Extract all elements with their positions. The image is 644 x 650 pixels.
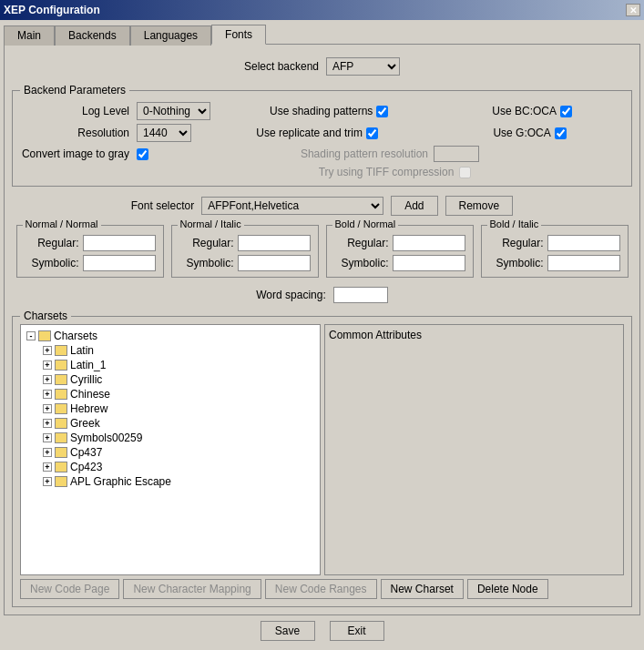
tree-label-hebrew: Hebrew [70,402,107,415]
tree-item-cp423[interactable]: + Cp423 [43,460,316,474]
nn-symbolic-input[interactable]: C0H201.0 [83,255,156,271]
bp-row-1: Log Level 0-Nothing 1-Error 2-Warning Us… [20,102,624,120]
expand-icon-latin[interactable]: + [43,346,52,355]
font-selector-label: Font selector [131,199,194,212]
tree-label-apl: APL Graphic Escape [70,475,171,488]
shading-resolution-input[interactable]: 0.25 [434,146,479,162]
ni-symbolic-input[interactable]: C0H301.0 [238,255,311,271]
tree-label-symbols: Symbols00259 [70,432,142,444]
add-button[interactable]: Add [391,196,437,216]
bold-italic-title: Bold / Italic [487,218,542,229]
bottom-buttons: Save Exit [4,615,640,646]
bn-regular-input[interactable]: C0H400.0 [393,235,465,251]
normal-normal-title: Normal / Normal [23,218,101,229]
expand-icon-greek[interactable]: + [43,419,52,428]
bp-row-2: Resolution 1440 720 600 Use replicate an… [20,124,624,142]
use-replicate-row: Use replicate and trim [256,127,378,139]
new-charset-button[interactable]: New Charset [381,579,464,599]
expand-icon-symbols[interactable]: + [43,433,52,442]
tree-label-charsets: Charsets [54,330,97,342]
log-level-label: Log Level [20,105,129,117]
resolution-select[interactable]: 1440 720 600 [137,124,191,142]
tab-fonts[interactable]: Fonts [211,25,266,45]
tree-item-hebrew[interactable]: + Hebrew [43,401,316,416]
tree-item-apl[interactable]: + APL Graphic Escape [43,474,316,489]
tabs-row: Main Backends Languages Fonts [4,24,640,44]
try-tiff-checkbox[interactable] [459,167,471,178]
bn-symbolic-input[interactable]: C0H401.0 [393,255,465,271]
charset-tree[interactable]: - Charsets + Latin + [20,324,321,575]
save-button[interactable]: Save [261,621,315,641]
convert-gray-checkbox[interactable] [137,148,148,160]
font-selector-row: Font selector AFPFont,Helvetica Add Remo… [12,192,632,219]
expand-icon-cp437[interactable]: + [43,448,52,457]
remove-button[interactable]: Remove [445,196,514,216]
tab-backends[interactable]: Backends [55,25,130,46]
window-body: Main Backends Languages Fonts Select bac… [0,20,644,650]
tree-item-symbols[interactable]: + Symbols00259 [43,431,316,445]
expand-icon-chinese[interactable]: + [43,390,52,399]
tree-label-cp423: Cp423 [70,461,102,473]
nn-regular-label: Regular: [25,237,79,249]
backend-params-grid: Log Level 0-Nothing 1-Error 2-Warning Us… [20,98,624,178]
title-bar: XEP Configuration ✕ [0,0,644,20]
tree-label-greek: Greek [70,417,100,430]
word-spacing-row: Word spacing: 278 [12,283,632,307]
tree-item-charsets[interactable]: - Charsets [25,329,316,343]
use-bc-oca-label: Use BC:OCA [492,105,557,117]
exit-button[interactable]: Exit [330,621,384,641]
tree-item-cp437[interactable]: + Cp437 [43,445,316,460]
ni-regular-input[interactable]: C0H300.0 [238,235,311,251]
folder-icon-apl [55,476,67,487]
expand-icon-hebrew[interactable]: + [43,404,52,413]
expand-icon-apl[interactable]: + [43,477,52,486]
use-replicate-checkbox[interactable] [366,127,378,139]
log-level-select[interactable]: 0-Nothing 1-Error 2-Warning [137,102,210,120]
expand-icon-charsets[interactable]: - [26,331,36,340]
new-character-mapping-button[interactable]: New Character Mapping [123,579,261,599]
tree-item-latin1[interactable]: + Latin_1 [43,358,316,372]
font-groups: Normal / Normal Regular: C0H200.0 Symbol… [12,225,632,278]
try-tiff-row: Try using TIFF compression [20,166,624,178]
tree-item-chinese[interactable]: + Chinese [43,387,316,401]
tab-main[interactable]: Main [4,25,55,46]
tree-label-latin: Latin [70,344,94,357]
word-spacing-input[interactable]: 278 [333,287,388,303]
expand-icon-cyrillic[interactable]: + [43,375,52,384]
font-group-bold-normal: Bold / Normal Regular: C0H400.0 Symbolic… [326,225,474,278]
ni-symbolic-label: Symbolic: [179,257,234,269]
use-shading-checkbox[interactable] [376,106,388,117]
tree-label-cp437: Cp437 [70,446,102,459]
expand-icon-cp423[interactable]: + [43,462,52,472]
tab-languages[interactable]: Languages [130,25,211,46]
charsets-content: - Charsets + Latin + [20,324,624,575]
backend-params-group: Backend Parameters Log Level 0-Nothing 1… [12,90,632,187]
folder-icon-hebrew [55,403,67,414]
bi-regular-input[interactable]: C0H500.0 [547,235,620,251]
use-g-oca-label: Use G:OCA [493,127,550,139]
bi-symbolic-input[interactable]: C0H501.0 [547,255,620,271]
delete-node-button[interactable]: Delete Node [467,579,548,599]
folder-icon-latin [55,345,67,356]
tree-item-greek[interactable]: + Greek [43,416,316,431]
tree-item-latin[interactable]: + Latin [43,343,316,358]
bn-symbolic-row: Symbolic: C0H401.0 [334,255,465,271]
common-attrs-panel: Common Attributes [324,324,624,575]
nn-symbolic-label: Symbolic: [25,257,79,269]
use-g-oca-checkbox[interactable] [555,127,567,139]
folder-icon-cp423 [55,462,67,472]
font-selector-select[interactable]: AFPFont,Helvetica [201,197,383,215]
new-code-ranges-button[interactable]: New Code Ranges [265,579,377,599]
tree-item-cyrillic[interactable]: + Cyrillic [43,372,316,387]
use-bc-oca-checkbox[interactable] [560,106,572,117]
shading-resolution-label: Shading pattern resolution [301,147,428,160]
close-button[interactable]: ✕ [626,4,640,16]
backend-select[interactable]: AFP PDF PostScript [326,57,400,76]
select-backend-label: Select backend [244,60,319,73]
folder-icon-cyrillic [55,374,67,385]
new-code-page-button[interactable]: New Code Page [20,579,119,599]
nn-regular-input[interactable]: C0H200.0 [83,235,156,251]
bold-normal-title: Bold / Normal [332,218,399,229]
tree-label-latin1: Latin_1 [70,359,106,371]
expand-icon-latin1[interactable]: + [43,361,52,370]
